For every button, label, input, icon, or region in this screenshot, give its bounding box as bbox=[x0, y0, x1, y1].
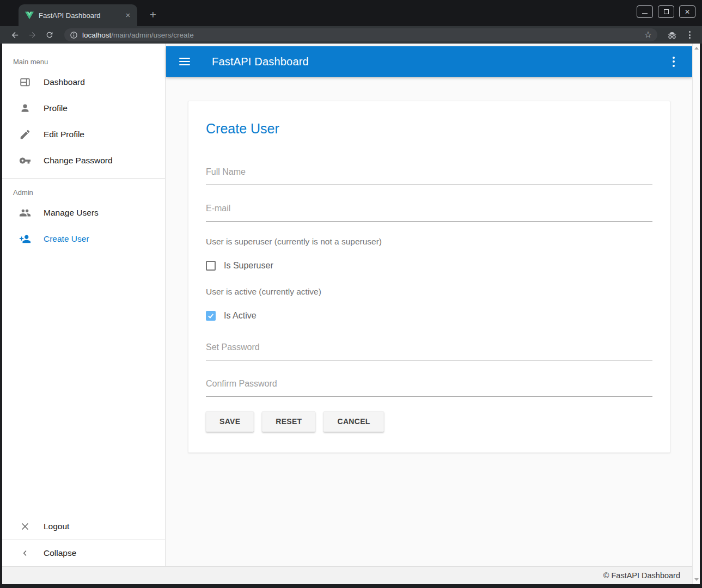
email-input[interactable] bbox=[206, 201, 652, 222]
chevron-left-icon bbox=[19, 547, 32, 560]
site-info-icon[interactable] bbox=[70, 31, 78, 39]
sidebar-item-change-password[interactable]: Change Password bbox=[2, 148, 165, 174]
window-controls: ✕ bbox=[637, 5, 695, 18]
checkbox-label: Is Superuser bbox=[224, 261, 273, 271]
person-icon bbox=[19, 102, 32, 115]
scrollbar-down-icon[interactable] bbox=[694, 578, 699, 581]
reload-button[interactable] bbox=[42, 28, 57, 42]
sidebar-item-label: Collapse bbox=[44, 548, 76, 558]
browser-tab[interactable]: FastAPI Dashboard × bbox=[19, 4, 137, 26]
scrollbar[interactable] bbox=[692, 44, 700, 584]
cancel-button[interactable]: CANCEL bbox=[323, 411, 383, 432]
sidebar-item-label: Create User bbox=[44, 234, 89, 244]
form-buttons: SAVE RESET CANCEL bbox=[206, 411, 652, 432]
confirm-password-input[interactable] bbox=[206, 377, 652, 397]
forward-arrow-icon bbox=[28, 30, 37, 40]
email-field-wrap bbox=[206, 201, 652, 222]
tab-close-icon[interactable]: × bbox=[123, 10, 133, 20]
scrollbar-up-icon[interactable] bbox=[694, 47, 699, 50]
back-arrow-icon bbox=[10, 30, 20, 40]
bookmark-star-icon[interactable]: ☆ bbox=[644, 30, 652, 39]
close-window-button[interactable]: ✕ bbox=[679, 5, 695, 18]
hamburger-menu-icon[interactable] bbox=[179, 58, 190, 65]
sidebar-item-profile[interactable]: Profile bbox=[2, 95, 165, 121]
browser-menu-button[interactable] bbox=[682, 28, 697, 42]
full-name-field-wrap bbox=[206, 165, 652, 185]
sidebar-item-label: Edit Profile bbox=[44, 130, 84, 139]
page: Main menu Dashboard Profile Edit Profile… bbox=[2, 44, 700, 584]
check-icon bbox=[207, 312, 215, 320]
superuser-hint: User is superuser (currently is not a su… bbox=[206, 237, 652, 247]
url-host: localhost bbox=[82, 31, 111, 39]
maximize-button[interactable] bbox=[658, 5, 674, 18]
minimize-button[interactable] bbox=[637, 5, 653, 18]
url-text[interactable]: localhost/main/admin/users/create bbox=[82, 31, 644, 39]
browser-toolbar: localhost/main/admin/users/create ☆ bbox=[0, 26, 702, 44]
is-active-checkbox[interactable] bbox=[206, 311, 216, 321]
sidebar-item-create-user[interactable]: Create User bbox=[2, 226, 165, 252]
reset-button[interactable]: RESET bbox=[262, 411, 315, 432]
vue-logo-icon bbox=[25, 11, 34, 20]
url-bar[interactable]: localhost/main/admin/users/create ☆ bbox=[64, 28, 657, 41]
person-add-icon bbox=[19, 232, 32, 246]
sidebar-item-label: Change Password bbox=[44, 156, 113, 166]
tab-title: FastAPI Dashboard bbox=[39, 11, 123, 20]
sidebar-section-admin: Admin bbox=[2, 179, 165, 200]
sidebar-item-collapse[interactable]: Collapse bbox=[2, 540, 165, 566]
appbar: FastAPI Dashboard bbox=[166, 46, 692, 77]
sidebar-item-label: Manage Users bbox=[44, 208, 99, 218]
page-title: Create User bbox=[206, 121, 652, 137]
dashboard-icon bbox=[19, 76, 32, 89]
set-password-input[interactable] bbox=[206, 340, 652, 360]
main-content: FastAPI Dashboard Create User User is su… bbox=[166, 44, 692, 566]
sidebar: Main menu Dashboard Profile Edit Profile… bbox=[2, 44, 166, 566]
key-icon bbox=[19, 154, 32, 167]
sidebar-item-edit-profile[interactable]: Edit Profile bbox=[2, 121, 165, 148]
incognito-icon bbox=[667, 31, 677, 39]
is-superuser-checkbox-row[interactable]: Is Superuser bbox=[206, 261, 652, 271]
kebab-menu-icon bbox=[682, 31, 697, 39]
pencil-icon bbox=[19, 128, 32, 141]
incognito-button[interactable] bbox=[665, 28, 679, 42]
reload-icon bbox=[45, 30, 54, 39]
sidebar-item-label: Profile bbox=[44, 103, 68, 113]
back-button[interactable] bbox=[8, 28, 22, 42]
new-tab-button[interactable]: + bbox=[145, 7, 161, 23]
close-x-icon bbox=[19, 520, 32, 533]
checkbox-label: Is Active bbox=[224, 311, 257, 321]
url-path: /main/admin/users/create bbox=[111, 31, 194, 39]
create-user-card: Create User User is superuser (currently… bbox=[188, 101, 670, 453]
sidebar-item-logout[interactable]: Logout bbox=[2, 513, 165, 540]
active-hint: User is active (currently active) bbox=[206, 287, 652, 297]
appbar-title: FastAPI Dashboard bbox=[212, 56, 309, 68]
appbar-menu-icon[interactable] bbox=[667, 57, 680, 67]
footer-copyright: © FastAPI Dashboard bbox=[603, 571, 680, 580]
is-active-checkbox-row[interactable]: Is Active bbox=[206, 311, 652, 321]
sidebar-item-label: Logout bbox=[44, 522, 69, 531]
sidebar-item-label: Dashboard bbox=[44, 77, 85, 87]
footer: © FastAPI Dashboard bbox=[2, 566, 692, 584]
save-button[interactable]: SAVE bbox=[206, 411, 254, 432]
sidebar-section-main-menu: Main menu bbox=[2, 44, 165, 69]
people-icon bbox=[19, 206, 32, 219]
set-password-field-wrap bbox=[206, 340, 652, 360]
full-name-input[interactable] bbox=[206, 165, 652, 185]
browser-tab-bar: FastAPI Dashboard × + ✕ bbox=[0, 0, 702, 26]
forward-button[interactable] bbox=[25, 28, 39, 42]
sidebar-spacer bbox=[2, 252, 165, 513]
confirm-password-field-wrap bbox=[206, 377, 652, 397]
sidebar-item-dashboard[interactable]: Dashboard bbox=[2, 69, 165, 95]
sidebar-item-manage-users[interactable]: Manage Users bbox=[2, 200, 165, 226]
is-superuser-checkbox[interactable] bbox=[206, 261, 216, 271]
